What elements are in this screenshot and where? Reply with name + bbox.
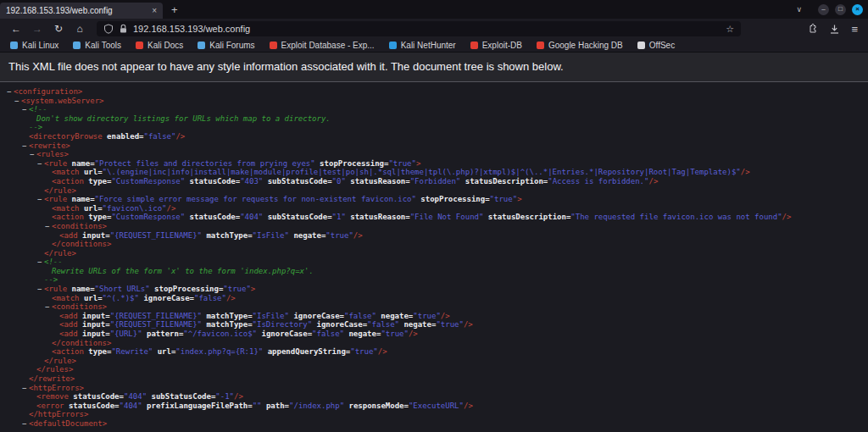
bookmark-item[interactable]: Kali Forums	[198, 41, 254, 50]
xml-token-tag: />	[741, 168, 750, 176]
xml-line: −<configuration>	[0, 87, 868, 97]
bookmark-item[interactable]: Kali NetHunter	[389, 41, 456, 50]
xml-line: −<rule name="Protect files and directori…	[0, 159, 868, 169]
xml-token-value: "Forbidden"	[410, 177, 461, 186]
shield-icon[interactable]	[103, 24, 114, 34]
xml-token-attribute: ignoreCase=	[312, 320, 367, 329]
xml-token-attribute: type=	[84, 347, 112, 356]
xml-token-attribute: stopProcessing=	[416, 195, 490, 203]
bookmark-item[interactable]: Exploit Database - Exp...	[270, 41, 375, 50]
tab-bar: 192.168.153.193/web.config × + ∨ – □ ×	[0, 0, 868, 19]
xml-token-attribute: input=	[78, 330, 110, 338]
xml-token-value: "true"	[381, 330, 409, 338]
xml-line: −<!--	[0, 105, 868, 114]
xml-token-attribute: statusDescription=	[483, 213, 570, 221]
xml-token-value: "false"	[143, 132, 175, 141]
minimize-button[interactable]: –	[818, 4, 829, 15]
xml-token-tag: <system.webServer>	[21, 97, 104, 105]
xml-token-value: "404"	[120, 402, 142, 410]
downloads-icon[interactable]	[829, 24, 840, 35]
collapse-toggle-icon[interactable]: −	[37, 285, 44, 294]
xml-line: <action type="CustomResponse" statusCode…	[0, 177, 868, 186]
xml-line: </rule>	[0, 357, 868, 366]
xml-token-attribute: subStatusCode=	[263, 213, 331, 221]
collapse-toggle-icon[interactable]: −	[22, 105, 29, 114]
forward-button[interactable]: →	[28, 23, 47, 35]
xml-token-tag: </rule>	[44, 249, 76, 258]
bookmark-favicon	[537, 42, 544, 49]
xml-line: Don't show directory listings for URLs w…	[0, 114, 868, 124]
xml-line: <add input="{REQUEST_FILENAME}" matchTyp…	[0, 320, 868, 330]
url-bar[interactable]: 192.168.153.193/web.config ☆	[97, 21, 741, 36]
xml-token-value: "\.(engine|inc|info|install|make|module|…	[103, 168, 741, 176]
bookmark-label: Kali Linux	[22, 41, 58, 50]
navigation-toolbar: ← → ↻ ⌂ 192.168.153.193/web.config ☆ ≡	[0, 19, 868, 39]
xml-token-value: "true"	[326, 231, 353, 240]
back-button[interactable]: ←	[7, 23, 25, 35]
bookmark-item[interactable]: Kali Tools	[73, 41, 121, 50]
menu-button[interactable]: ≡	[851, 23, 858, 36]
new-tab-button[interactable]: +	[171, 3, 178, 16]
collapse-toggle-icon[interactable]: −	[37, 258, 44, 267]
xml-token-value: "true"	[223, 285, 251, 293]
collapse-toggle-icon[interactable]: −	[45, 302, 52, 312]
extensions-icon[interactable]	[807, 24, 818, 35]
collapse-toggle-icon[interactable]: −	[14, 97, 21, 106]
collapse-toggle-icon[interactable]: −	[22, 141, 29, 151]
xml-token-value: "{REQUEST_FILENAME}"	[110, 231, 202, 240]
xml-token-value: "404"	[240, 213, 263, 221]
bookmark-favicon	[198, 42, 205, 49]
bookmark-star-icon[interactable]: ☆	[726, 24, 734, 35]
xml-token-attribute: stopProcessing=	[315, 159, 389, 168]
url-text[interactable]: 192.168.153.193/web.config	[133, 24, 721, 34]
xml-token-tag: <conditions>	[52, 302, 107, 311]
collapse-toggle-icon[interactable]: −	[45, 222, 52, 231]
xml-token-value: "true"	[436, 320, 464, 329]
collapse-toggle-icon[interactable]: −	[22, 419, 29, 429]
xml-token-attribute: ignoreCase=	[289, 312, 344, 320]
xml-line: −<rewrite>	[0, 141, 868, 151]
bookmark-item[interactable]: Exploit-DB	[470, 41, 522, 50]
collapse-toggle-icon[interactable]: −	[37, 159, 44, 169]
bookmark-favicon	[10, 42, 18, 49]
xml-token-attribute: path=	[262, 402, 290, 410]
xml-token-comment: Don't show directory listings for URLs w…	[36, 114, 331, 123]
xml-token-comment: Rewrite URLs of the form 'x' to the form…	[52, 267, 314, 275]
xml-token-attribute: name=	[67, 159, 95, 168]
xml-token-value: "404"	[124, 392, 147, 401]
reload-button[interactable]: ↻	[49, 23, 68, 35]
xml-token-tag: />	[175, 132, 185, 141]
xml-token-attribute: url=	[153, 347, 175, 356]
xml-line: </rule>	[0, 186, 868, 196]
collapse-toggle-icon[interactable]: −	[7, 87, 14, 97]
xml-token-value: "CustomResponse"	[111, 177, 185, 186]
browser-tab[interactable]: 192.168.153.193/web.config ×	[0, 3, 163, 19]
collapse-toggle-icon[interactable]: −	[37, 195, 44, 204]
xml-token-tag: </conditions>	[52, 339, 111, 347]
xml-token-value: "true"	[413, 312, 441, 320]
xml-token-attribute: input=	[78, 231, 110, 240]
xml-token-value: "true"	[350, 347, 378, 356]
bookmark-item[interactable]: Kali Linux	[10, 41, 58, 50]
close-button[interactable]: ×	[852, 4, 863, 15]
xml-line: <match url="favicon\.ico"/>	[0, 204, 868, 213]
home-button[interactable]: ⌂	[70, 23, 89, 35]
collapse-toggle-icon[interactable]: −	[22, 384, 29, 393]
xml-line: </httpErrors>	[0, 410, 868, 419]
tab-close-icon[interactable]: ×	[152, 6, 157, 15]
xml-token-value: "IsFile"	[253, 312, 289, 320]
xml-token-tag: <httpErrors>	[29, 384, 84, 392]
bookmark-item[interactable]: Kali Docs	[136, 41, 183, 50]
xml-line: <add input="{REQUEST_FILENAME}" matchTyp…	[0, 231, 868, 241]
bookmark-item[interactable]: OffSec	[637, 41, 675, 50]
xml-token-attribute: negate=	[376, 312, 413, 320]
xml-line: <match url="^(.*)$" ignoreCase="false"/>	[0, 294, 868, 303]
maximize-button[interactable]: □	[835, 4, 846, 15]
bookmark-item[interactable]: Google Hacking DB	[537, 41, 623, 50]
xml-token-value: "false"	[194, 294, 226, 302]
xml-token-value: "IsDirectory"	[253, 320, 312, 329]
list-tabs-icon[interactable]: ∨	[796, 5, 802, 14]
lock-icon[interactable]	[119, 24, 128, 34]
collapse-toggle-icon[interactable]: −	[30, 150, 36, 159]
toolbar-right-group: ≡	[807, 23, 861, 36]
